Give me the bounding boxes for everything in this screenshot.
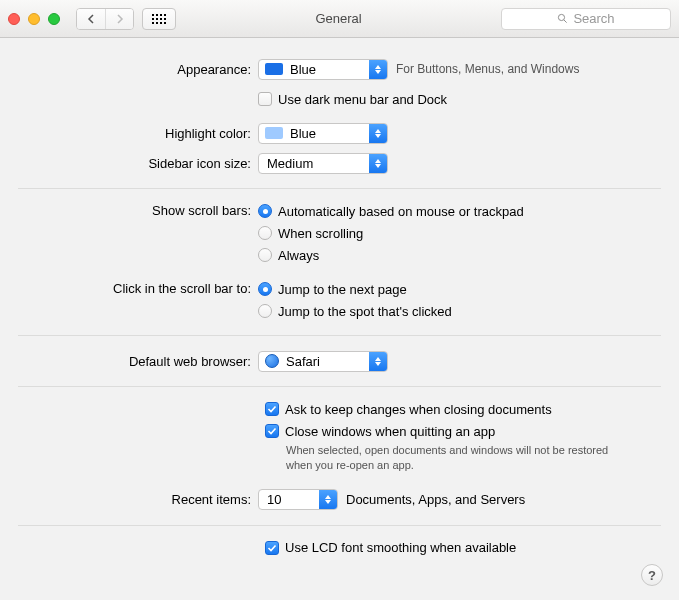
search-field[interactable]: Search (501, 8, 671, 30)
close-windows-note: When selected, open documents and window… (278, 443, 631, 473)
scroll-bars-radio-auto[interactable] (258, 204, 272, 218)
popup-arrows-icon (369, 352, 387, 371)
help-icon: ? (648, 568, 656, 583)
close-windows-label: Close windows when quitting an app (285, 424, 495, 439)
recent-items-note: Documents, Apps, and Servers (346, 492, 525, 507)
dark-mode-label: Use dark menu bar and Dock (278, 92, 447, 107)
help-button[interactable]: ? (641, 564, 663, 586)
highlight-label: Highlight color: (18, 126, 258, 141)
click-scroll-option-spot[interactable]: Jump to the spot that's clicked (258, 301, 452, 321)
search-icon (557, 13, 568, 24)
scroll-bars-option-scrolling[interactable]: When scrolling (258, 223, 524, 243)
click-scroll-group: Jump to the next page Jump to the spot t… (258, 279, 452, 323)
ask-keep-checkbox-row[interactable]: Ask to keep changes when closing documen… (265, 399, 661, 419)
sidebar-icon-popup[interactable]: Medium (258, 153, 388, 174)
forward-button[interactable] (105, 9, 133, 29)
scroll-bars-radio-scrolling[interactable] (258, 226, 272, 240)
chevron-right-icon (115, 14, 125, 24)
show-all-button[interactable] (142, 8, 176, 30)
appearance-note: For Buttons, Menus, and Windows (396, 61, 579, 77)
default-browser-label: Default web browser: (18, 354, 258, 369)
window-title: General (184, 11, 493, 26)
svg-point-0 (559, 14, 565, 20)
dark-mode-checkbox-row[interactable]: Use dark menu bar and Dock (258, 89, 447, 109)
default-browser-value: Safari (284, 354, 342, 369)
click-scroll-label: Click in the scroll bar to: (18, 279, 258, 296)
sidebar-icon-label: Sidebar icon size: (18, 156, 258, 171)
separator (18, 335, 661, 336)
window-controls (8, 13, 60, 25)
popup-arrows-icon (369, 154, 387, 173)
safari-icon (265, 354, 279, 368)
highlight-popup[interactable]: Blue (258, 123, 388, 144)
recent-items-value: 10 (259, 492, 303, 507)
content: Appearance: Blue For Buttons, Menus, and… (0, 38, 679, 578)
search-placeholder: Search (573, 11, 614, 26)
svg-line-1 (564, 20, 567, 23)
appearance-popup[interactable]: Blue (258, 59, 388, 80)
zoom-window-button[interactable] (48, 13, 60, 25)
popup-arrows-icon (369, 124, 387, 143)
separator (18, 386, 661, 387)
scroll-bars-label: Show scroll bars: (18, 201, 258, 218)
ask-keep-label: Ask to keep changes when closing documen… (285, 402, 552, 417)
popup-arrows-icon (369, 60, 387, 79)
scroll-bars-option-always[interactable]: Always (258, 245, 524, 265)
separator (18, 188, 661, 189)
recent-items-popup[interactable]: 10 (258, 489, 338, 510)
toolbar: General Search (0, 0, 679, 38)
font-smoothing-checkbox-row[interactable]: Use LCD font smoothing when available (265, 538, 661, 558)
appearance-label: Appearance: (18, 62, 258, 77)
dark-mode-checkbox[interactable] (258, 92, 272, 106)
ask-keep-checkbox[interactable] (265, 402, 279, 416)
click-scroll-radio-spot[interactable] (258, 304, 272, 318)
popup-arrows-icon (319, 490, 337, 509)
sidebar-icon-value: Medium (259, 156, 335, 171)
grid-icon (152, 14, 166, 24)
appearance-swatch (265, 63, 283, 75)
back-button[interactable] (77, 9, 105, 29)
default-browser-popup[interactable]: Safari (258, 351, 388, 372)
click-scroll-option-next[interactable]: Jump to the next page (258, 279, 452, 299)
separator (18, 525, 661, 526)
highlight-swatch (265, 127, 283, 139)
preferences-window: General Search Appearance: Blue For Butt… (0, 0, 679, 600)
close-windows-checkbox-row[interactable]: Close windows when quitting an app (265, 421, 661, 441)
chevron-left-icon (86, 14, 96, 24)
nav-back-forward (76, 8, 134, 30)
highlight-value: Blue (288, 126, 338, 141)
scroll-bars-group: Automatically based on mouse or trackpad… (258, 201, 524, 267)
appearance-value: Blue (288, 62, 338, 77)
font-smoothing-checkbox[interactable] (265, 541, 279, 555)
close-windows-checkbox[interactable] (265, 424, 279, 438)
minimize-window-button[interactable] (28, 13, 40, 25)
font-smoothing-label: Use LCD font smoothing when available (285, 540, 516, 555)
close-window-button[interactable] (8, 13, 20, 25)
recent-items-label: Recent items: (18, 492, 258, 507)
scroll-bars-option-auto[interactable]: Automatically based on mouse or trackpad (258, 201, 524, 221)
scroll-bars-radio-always[interactable] (258, 248, 272, 262)
click-scroll-radio-next[interactable] (258, 282, 272, 296)
